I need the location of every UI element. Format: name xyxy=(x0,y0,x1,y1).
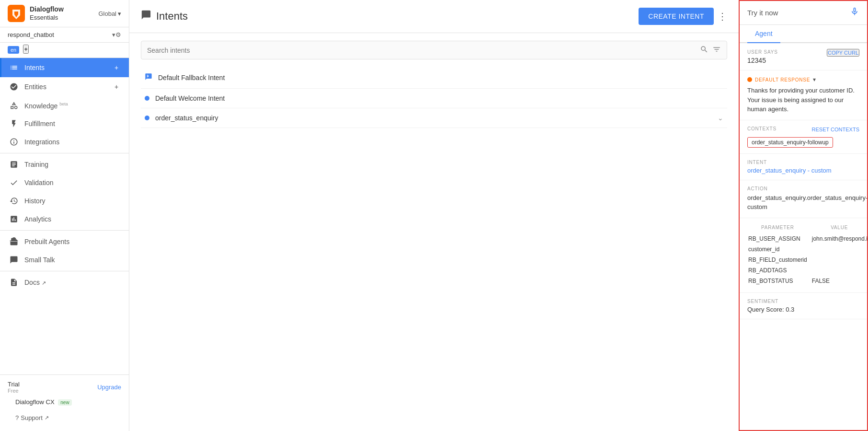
search-icons xyxy=(700,45,721,55)
language-badge: en xyxy=(8,46,19,54)
sidebar-item-validation[interactable]: Validation xyxy=(0,174,129,192)
training-icon xyxy=(9,160,19,169)
agent-settings-button[interactable]: ⚙ xyxy=(115,31,121,38)
copy-curl-button[interactable]: COPY CURL xyxy=(827,49,859,57)
add-entity-button[interactable]: + xyxy=(112,82,121,92)
table-row: RB_ADDTAGS xyxy=(748,266,868,275)
intent-label: Default Welcome Intent xyxy=(155,94,225,102)
mic-button[interactable] xyxy=(850,7,859,19)
integrations-icon xyxy=(9,138,19,146)
table-row: RB_BOTSTATUSFALSE xyxy=(748,276,868,286)
sidebar-item-training[interactable]: Training xyxy=(0,155,129,174)
action-value: order_status_enquiry.order_status_enquir… xyxy=(747,193,859,212)
agent-dropdown-button[interactable]: ▾ xyxy=(112,31,115,38)
trial-label: Trial xyxy=(8,381,20,388)
sidebar-item-entities[interactable]: Entities + xyxy=(0,77,129,96)
try-panel-header: Try it now xyxy=(740,1,867,25)
sidebar-item-knowledge[interactable]: Knowledge beta xyxy=(0,96,129,115)
parameter-header: PARAMETER xyxy=(748,225,807,233)
search-input[interactable] xyxy=(147,47,700,54)
param-name: RB_USER_ASSIGN xyxy=(748,234,807,244)
trial-row: Trial Free Upgrade xyxy=(8,381,121,394)
intent-value[interactable]: order_status_enquiry - custom xyxy=(747,167,859,174)
intent-label: order_status_enquiry xyxy=(155,114,218,122)
search-bar xyxy=(141,41,727,59)
nav-divider-2 xyxy=(0,230,129,231)
try-now-label: Try it now xyxy=(747,9,850,17)
entities-icon xyxy=(9,82,19,91)
sidebar-item-prebuilt[interactable]: Prebuilt Agents xyxy=(0,233,129,251)
sidebar-item-label: Training xyxy=(24,161,121,168)
sidebar-item-label: Prebuilt Agents xyxy=(24,238,121,245)
sidebar: Dialogflow Essentials Global ▾ respond_c… xyxy=(0,0,129,431)
search-icon[interactable] xyxy=(700,45,708,55)
trial-info: Trial Free xyxy=(8,381,20,394)
smalltalk-icon xyxy=(9,256,19,264)
contexts-section: CONTEXTS RESET CONTEXTS order_status_enq… xyxy=(740,120,867,154)
intent-label: Default Fallback Intent xyxy=(158,74,225,82)
more-options-button[interactable]: ⋮ xyxy=(718,11,727,22)
intent-section: INTENT order_status_enquiry - custom xyxy=(740,154,867,180)
sidebar-item-label: Entities xyxy=(24,83,112,91)
try-tabs: Agent xyxy=(740,25,867,43)
fulfillment-icon xyxy=(9,119,19,128)
prebuilt-icon xyxy=(9,237,19,246)
param-value xyxy=(808,255,868,265)
add-intent-button[interactable]: + xyxy=(112,63,121,72)
param-value: FALSE xyxy=(808,276,868,286)
response-text: Thanks for providing your customer ID. Y… xyxy=(747,86,859,114)
intent-section-label: INTENT xyxy=(747,160,859,165)
sidebar-item-intents[interactable]: Intents + xyxy=(0,58,129,77)
sidebar-item-integrations[interactable]: Integrations xyxy=(0,133,129,151)
sentiment-section: SENTIMENT Query Score: 0.3 xyxy=(740,293,867,319)
filter-icon[interactable] xyxy=(712,45,721,55)
user-says-value: 12345 xyxy=(747,57,859,64)
default-response-label: DEFAULT RESPONSE xyxy=(755,77,810,82)
intent-item-fallback[interactable]: Default Fallback Intent xyxy=(141,67,727,89)
param-value: john.smith@respond.io xyxy=(808,234,868,244)
sidebar-item-smalltalk[interactable]: Small Talk xyxy=(0,251,129,269)
sidebar-item-label: Small Talk xyxy=(24,256,121,264)
action-label: ACTION xyxy=(747,186,859,191)
add-language-button[interactable]: + xyxy=(23,45,29,54)
upgrade-button[interactable]: Upgrade xyxy=(97,384,121,391)
sidebar-item-analytics[interactable]: Analytics xyxy=(0,210,129,228)
intent-item-order[interactable]: order_status_enquiry ⌄ xyxy=(141,108,727,128)
param-value xyxy=(808,266,868,275)
action-section: ACTION order_status_enquiry.order_status… xyxy=(740,180,867,218)
sidebar-item-history[interactable]: History xyxy=(0,192,129,210)
page-title: Intents xyxy=(141,10,639,23)
docs-icon xyxy=(9,278,19,287)
create-intent-button[interactable]: CREATE INTENT xyxy=(639,8,714,25)
sidebar-item-support[interactable]: ? Support ↗ xyxy=(8,410,121,425)
table-row: RB_FIELD_customerid xyxy=(748,255,868,265)
sidebar-item-label: Knowledge beta xyxy=(24,102,121,110)
sidebar-item-fulfillment[interactable]: Fulfillment xyxy=(0,115,129,133)
sentiment-label: SENTIMENT xyxy=(747,299,859,304)
sidebar-item-label: Fulfillment xyxy=(24,120,121,128)
logo-text: Dialogflow Essentials xyxy=(30,5,64,22)
fallback-icon xyxy=(145,73,152,82)
parameters-section: PARAMETER VALUE RB_USER_ASSIGNjohn.smith… xyxy=(740,218,867,293)
sidebar-item-label: Validation xyxy=(24,179,121,186)
sidebar-item-docs[interactable]: Docs ↗ xyxy=(0,273,129,291)
intent-item-welcome[interactable]: Default Welcome Intent xyxy=(141,89,727,108)
reset-contexts-button[interactable]: RESET CONTEXTS xyxy=(812,127,859,132)
sentiment-value: Query Score: 0.3 xyxy=(747,306,859,313)
global-dropdown[interactable]: Global ▾ xyxy=(98,10,121,17)
validation-icon xyxy=(9,178,19,187)
cx-row: Dialogflow CX new xyxy=(8,394,121,410)
chevron-down-icon: ▾ xyxy=(813,76,816,83)
contexts-label: CONTEXTS xyxy=(747,126,777,131)
agent-name: respond_chatbot xyxy=(8,31,112,38)
chevron-down-icon: ⌄ xyxy=(718,114,723,122)
table-row: RB_USER_ASSIGNjohn.smith@respond.io xyxy=(748,234,868,244)
trial-sub: Free xyxy=(8,388,20,394)
param-name: RB_ADDTAGS xyxy=(748,266,807,275)
cx-badge: new xyxy=(58,399,71,406)
default-response-section: DEFAULT RESPONSE ▾ Thanks for providing … xyxy=(740,70,867,120)
param-name: customer_id xyxy=(748,245,807,254)
main-content: Intents CREATE INTENT ⋮ Default Fallback… xyxy=(129,0,739,431)
tab-agent[interactable]: Agent xyxy=(747,25,780,43)
sidebar-item-label: Integrations xyxy=(24,138,121,146)
